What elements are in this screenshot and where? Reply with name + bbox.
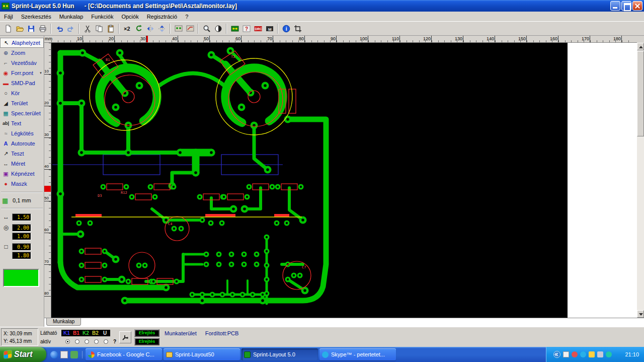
sidebar-tool-button[interactable]: ▬ SMD-Pad: [0, 78, 44, 88]
minimize-button[interactable]: [610, 1, 620, 11]
sidebar-tool-button[interactable]: ≈ Légkötés: [0, 128, 44, 138]
redo-icon[interactable]: [65, 23, 76, 34]
undo-icon[interactable]: [53, 23, 65, 34]
sidebar-tool-button[interactable]: ▣ Képnézet: [0, 169, 44, 179]
sidebar-tool-button[interactable]: ● Maszk: [0, 179, 44, 189]
photoview-icon[interactable]: [212, 23, 224, 34]
menu-item[interactable]: Fájl: [0, 13, 17, 21]
sidebar-tool-button[interactable]: ab| Text: [0, 118, 44, 128]
vertical-scrollbar[interactable]: [637, 43, 644, 318]
layer-help-button[interactable]: ?: [113, 339, 116, 344]
workspace-area[interactable]: B1 T2 R12 C4 C7 D3: [51, 43, 637, 318]
sheet-tab[interactable]: Munkalap: [46, 318, 81, 326]
sidebar-tool-button[interactable]: ◉ Forr.pont ▼: [0, 68, 44, 78]
start-button[interactable]: Start: [0, 347, 46, 362]
tray-collapse-icon[interactable]: [553, 351, 560, 358]
layer-color-swatch[interactable]: [3, 269, 39, 287]
layer-tool-button[interactable]: [119, 331, 131, 343]
layer-chip[interactable]: B1: [72, 330, 80, 336]
taskbar-window-button[interactable]: Skype™ - petertetet...: [319, 348, 396, 360]
skype-tray-icon[interactable]: [589, 351, 595, 357]
menu-item[interactable]: Opciók: [117, 13, 142, 21]
tool-label: Kör: [11, 90, 20, 96]
hide-button-bottom[interactable]: Elrejtés: [134, 338, 159, 345]
sidebar-tool-button[interactable]: A Autoroute: [0, 138, 44, 149]
pcb-canvas[interactable]: B1 T2 R12 C4 C7 D3: [51, 43, 568, 318]
taskbar-window-button[interactable]: Sprint-Layout 5.0: [242, 348, 318, 360]
sidebar-tool-button[interactable]: ▦ Spec.terület: [0, 108, 44, 118]
tool-icon: A: [2, 140, 10, 147]
drc-icon[interactable]: DRC: [252, 23, 264, 34]
layer-radio[interactable]: [94, 339, 99, 344]
info-icon[interactable]: i: [280, 23, 292, 34]
pad-outer-value[interactable]: 2.00: [12, 224, 31, 232]
sidebar-tool-button[interactable]: ↖ Alaphelyzet: [0, 38, 44, 48]
rotate-icon[interactable]: [133, 23, 144, 34]
layer-radio[interactable]: [85, 339, 89, 344]
print-icon[interactable]: [37, 23, 48, 34]
save-icon[interactable]: [25, 23, 37, 34]
sidebar-tool-button[interactable]: ⌐ Vezetősáv: [0, 58, 44, 68]
taskbar-window-button[interactable]: Facebook - Google C...: [86, 348, 162, 360]
smd-height-value[interactable]: 1.80: [12, 252, 31, 259]
close-button[interactable]: [632, 1, 642, 11]
app-quicklaunch-icon[interactable]: [70, 351, 78, 358]
cut-icon[interactable]: [82, 23, 93, 34]
layer-chip[interactable]: U: [101, 330, 109, 336]
pad-drill-value[interactable]: 1.00: [12, 233, 31, 240]
layer-chip[interactable]: K1: [62, 330, 71, 336]
macro-help-icon[interactable]: ?: [240, 23, 252, 34]
update-tray-icon[interactable]: [597, 351, 603, 357]
show-desktop-icon[interactable]: [60, 351, 68, 358]
paste-icon[interactable]: [105, 23, 116, 34]
sidebar-tool-button[interactable]: ◢ Terület: [0, 98, 44, 108]
messenger-tray-icon[interactable]: [563, 351, 569, 357]
hide-button-top[interactable]: Elrejtés: [134, 329, 159, 337]
sidebar-tool-button[interactable]: ⊕ Zoom: [0, 48, 44, 58]
zoom-icon[interactable]: [201, 23, 212, 34]
open-file-icon[interactable]: [14, 23, 25, 34]
svg-text:R12: R12: [121, 191, 127, 195]
test-board-icon[interactable]: [184, 23, 196, 34]
antivirus-tray-icon[interactable]: [580, 351, 586, 357]
keyboard-layout-icon[interactable]: [572, 351, 578, 357]
menu-item[interactable]: Munkalap: [55, 13, 88, 21]
sidebar-tool-button[interactable]: ↔ Méret: [0, 159, 44, 169]
menu-item[interactable]: Szerkesztés: [17, 13, 55, 21]
svg-text:T2: T2: [231, 55, 235, 59]
sidebar-tool-button[interactable]: ○ Kör: [0, 88, 44, 98]
taskbar-clock[interactable]: 21:10: [625, 351, 639, 357]
grid-setting[interactable]: ▦ 0,1 mm: [0, 196, 44, 205]
copy-icon[interactable]: [93, 23, 105, 34]
ruler-tick: 90: [305, 36, 337, 42]
sidebar-tool-button[interactable]: ↗ Teszt: [0, 149, 44, 159]
smd-width-value[interactable]: 0.90: [12, 243, 31, 251]
maximize-button[interactable]: [621, 1, 631, 11]
menu-item[interactable]: ?: [181, 13, 192, 21]
menu-item[interactable]: Regisztráció: [143, 13, 182, 21]
layer-chip[interactable]: K2: [82, 330, 90, 336]
metalization-icon[interactable]: M: [264, 23, 275, 34]
scrollbar-thumb[interactable]: [637, 51, 644, 136]
layer-radio[interactable]: [65, 339, 70, 344]
taskbar-window-button[interactable]: Sprint-Layout50: [164, 348, 240, 360]
layer-radio[interactable]: [75, 339, 79, 344]
pcb-board[interactable]: B1 T2 R12 C4 C7 D3: [51, 43, 568, 318]
select-area-icon[interactable]: [292, 23, 303, 34]
x-value: 30,09 mm: [10, 331, 32, 336]
footprint-library-icon[interactable]: [229, 23, 240, 34]
track-width-value[interactable]: 1.50: [12, 213, 31, 221]
mirror-vertical-icon[interactable]: [156, 23, 168, 34]
scroll-down-icon[interactable]: [637, 310, 644, 318]
volume-tray-icon[interactable]: [606, 351, 612, 357]
scroll-up-icon[interactable]: [637, 43, 644, 50]
menu-item[interactable]: Funkciók: [87, 13, 117, 21]
browser-quicklaunch-icon[interactable]: [50, 351, 58, 358]
network-tray-icon[interactable]: [614, 351, 620, 357]
footprint-stamp-icon[interactable]: [173, 23, 184, 34]
mirror-horizontal-icon[interactable]: [144, 23, 156, 34]
scale-x2-icon[interactable]: ×2: [121, 23, 133, 34]
new-file-icon[interactable]: [2, 23, 14, 34]
layer-chip[interactable]: B2: [91, 330, 100, 336]
layer-radio[interactable]: [104, 339, 108, 344]
